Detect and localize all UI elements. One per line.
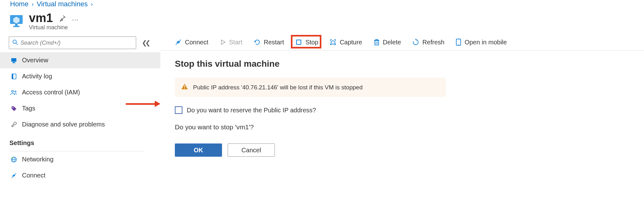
- sidebar-item-networking[interactable]: Networking: [0, 151, 160, 167]
- main-panel: Connect Start Restart Stop: [160, 35, 644, 183]
- page-title: vm1: [29, 11, 53, 25]
- svg-marker-20: [331, 41, 335, 44]
- mobile-icon: [456, 38, 461, 46]
- sidebar-item-label: Connect: [22, 172, 46, 179]
- more-button[interactable]: …: [72, 14, 79, 22]
- capture-icon: [330, 39, 336, 46]
- svg-point-12: [15, 91, 16, 92]
- sidebar-item-label: Activity log: [22, 73, 52, 80]
- trash-icon: [374, 39, 380, 46]
- sidebar-item-activity-log[interactable]: Activity log: [0, 68, 160, 84]
- toolbar-label: Start: [229, 39, 242, 46]
- toolbar-label: Stop: [305, 39, 318, 46]
- warning-banner: Public IP address '40.76.21.146' will be…: [175, 78, 446, 97]
- toolbar-stop[interactable]: Stop: [295, 39, 318, 46]
- svg-rect-29: [184, 85, 185, 87]
- pin-icon: [58, 14, 66, 22]
- dialog-title: Stop this virtual machine: [175, 59, 644, 69]
- toolbar-label: Delete: [383, 39, 401, 46]
- warning-text: Public IP address '40.76.21.146' will be…: [193, 84, 363, 91]
- sidebar-item-diagnose[interactable]: Diagnose and solve problems: [0, 116, 160, 132]
- svg-rect-2: [15, 24, 18, 26]
- toolbar-refresh[interactable]: Refresh: [412, 39, 444, 46]
- svg-rect-21: [375, 41, 379, 45]
- breadcrumb: Home › Virtual machines ›: [0, 0, 644, 9]
- reserve-ip-label: Do you want to reserve the Public IP add…: [187, 107, 316, 114]
- toolbar-capture[interactable]: Capture: [330, 39, 362, 46]
- play-icon: [220, 39, 226, 45]
- toolbar-label: Connect: [185, 39, 208, 46]
- svg-point-11: [12, 90, 14, 92]
- breadcrumb-home[interactable]: Home: [10, 0, 29, 8]
- chevron-right-icon: ›: [91, 1, 93, 8]
- search-input[interactable]: [20, 40, 133, 46]
- arrow-head-icon: [155, 101, 160, 107]
- pin-button[interactable]: [58, 14, 66, 22]
- plug-icon: [10, 172, 18, 179]
- svg-rect-30: [184, 88, 185, 89]
- sidebar-item-label: Networking: [22, 156, 53, 163]
- reserve-ip-row[interactable]: Do you want to reserve the Public IP add…: [175, 106, 644, 114]
- ok-button[interactable]: OK: [175, 143, 222, 157]
- sidebar-item-overview[interactable]: Overview: [0, 52, 160, 68]
- notebook-icon: [10, 73, 18, 80]
- vm-icon: [9, 14, 24, 29]
- toolbar-open-in-mobile[interactable]: Open in mobile: [456, 38, 507, 46]
- monitor-icon: [10, 57, 18, 64]
- svg-line-5: [16, 43, 18, 45]
- sidebar-item-access-control[interactable]: Access control (IAM): [0, 84, 160, 100]
- resource-header: vm1 … Virtual machine: [0, 9, 644, 31]
- cancel-button[interactable]: Cancel: [228, 143, 275, 157]
- globe-icon: [10, 156, 18, 163]
- svg-rect-10: [12, 74, 13, 79]
- svg-rect-25: [376, 39, 378, 40]
- sidebar: ❮❮ Overview Activity log Access control …: [0, 35, 160, 183]
- svg-point-17: [12, 157, 13, 159]
- chevron-right-icon: ›: [32, 1, 34, 8]
- wrench-icon: [10, 121, 18, 128]
- breadcrumb-virtual-machines[interactable]: Virtual machines: [37, 0, 88, 8]
- svg-point-27: [458, 44, 459, 45]
- search-icon: [12, 39, 18, 47]
- svg-point-13: [13, 107, 14, 108]
- svg-rect-19: [297, 40, 301, 44]
- svg-rect-3: [13, 26, 19, 27]
- svg-rect-7: [13, 62, 15, 63]
- command-bar: Connect Start Restart Stop: [160, 35, 644, 51]
- search-box[interactable]: [9, 36, 136, 49]
- toolbar-start: Start: [220, 39, 242, 46]
- warning-icon: [181, 83, 188, 91]
- plug-icon: [175, 39, 182, 46]
- refresh-icon: [412, 39, 419, 46]
- toolbar-delete[interactable]: Delete: [374, 39, 401, 46]
- toolbar-restart[interactable]: Restart: [254, 39, 284, 46]
- svg-rect-8: [12, 63, 15, 63]
- svg-rect-6: [11, 58, 16, 62]
- restart-icon: [254, 39, 261, 46]
- toolbar-label: Open in mobile: [464, 39, 507, 46]
- sidebar-item-label: Access control (IAM): [22, 89, 80, 96]
- toolbar-connect[interactable]: Connect: [175, 39, 208, 46]
- sidebar-item-label: Tags: [22, 105, 35, 112]
- stop-vm-dialog: Stop this virtual machine Public IP addr…: [160, 51, 644, 157]
- arrow-annotation: [126, 101, 160, 107]
- toolbar-label: Capture: [340, 39, 362, 46]
- toolbar-label: Restart: [264, 39, 284, 46]
- sidebar-item-label: Diagnose and solve problems: [22, 121, 105, 128]
- confirm-text: Do you want to stop 'vm1'?: [175, 123, 644, 131]
- resource-type-label: Virtual machine: [29, 24, 79, 31]
- arrow-line: [126, 103, 155, 105]
- sidebar-section-settings: Settings: [0, 132, 160, 149]
- collapse-sidebar-button[interactable]: ❮❮: [142, 39, 149, 47]
- stop-icon: [295, 39, 302, 46]
- reserve-ip-checkbox[interactable]: [175, 106, 182, 114]
- sidebar-item-label: Overview: [22, 57, 48, 64]
- svg-marker-18: [221, 40, 225, 44]
- tag-icon: [10, 105, 18, 112]
- svg-point-4: [13, 40, 16, 43]
- sidebar-item-connect[interactable]: Connect: [0, 167, 160, 183]
- people-icon: [10, 89, 18, 96]
- toolbar-label: Refresh: [422, 39, 444, 46]
